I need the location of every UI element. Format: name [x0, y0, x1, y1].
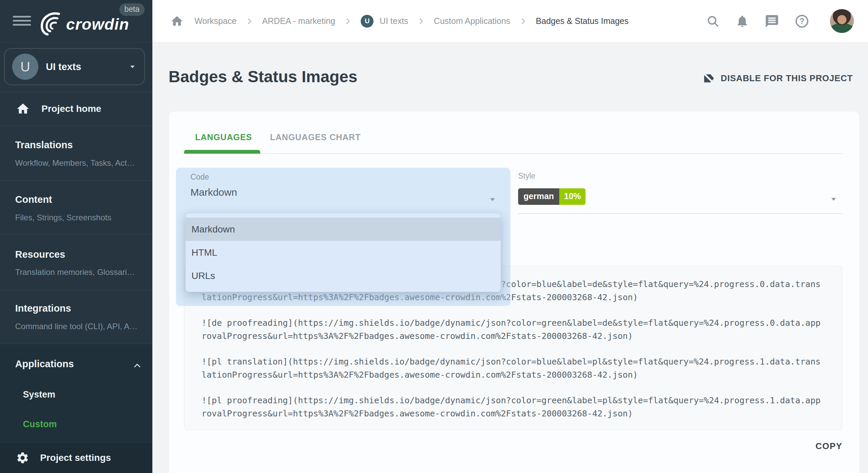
sidebar-item-label: Project settings: [40, 452, 111, 463]
help-icon[interactable]: ?: [795, 14, 809, 29]
tab-languages[interactable]: LANGUAGES: [195, 132, 252, 142]
style-select-underline: [518, 213, 843, 214]
breadcrumb-project[interactable]: UI texts: [380, 16, 408, 26]
disable-button-label: DISABLE FOR THIS PROJECT: [721, 73, 853, 84]
sidebar-item-project-settings[interactable]: Project settings: [0, 442, 152, 473]
active-tab-indicator: [184, 150, 260, 154]
badge-preview-value: 10%: [559, 188, 586, 205]
chevron-right-icon: [344, 17, 352, 25]
style-select[interactable]: german 10%: [518, 188, 586, 205]
sidebar-subtitle-content: Files, Strings, Screenshots: [15, 213, 111, 222]
sidebar-logo-bar: crowdin beta: [0, 0, 152, 43]
gear-icon: [16, 451, 29, 465]
sidebar-subtitle-integrations: Command line tool (CLI), API, A…: [15, 322, 138, 331]
code-select-focused: Code Markdown Markdown HTML URLs: [176, 168, 510, 306]
sidebar: crowdin beta U UI texts Project home Tra…: [0, 0, 152, 473]
search-icon[interactable]: [706, 14, 720, 28]
home-icon: [16, 102, 30, 116]
style-select-label: Style: [518, 171, 535, 181]
divider: [0, 290, 152, 290]
page-title: Badges & Status Images: [169, 67, 357, 86]
hamburger-menu-icon[interactable]: [13, 16, 31, 26]
breadcrumb-project-group[interactable]: ARDEA - marketing: [262, 16, 335, 26]
dropdown-option-markdown[interactable]: Markdown: [186, 218, 501, 241]
code-select-dropdown: Markdown HTML URLs: [185, 213, 501, 292]
chevron-right-icon: [519, 17, 527, 25]
sidebar-subtitle-translations: Workflow, Members, Tasks, Act…: [15, 158, 135, 168]
chevron-right-icon: [245, 17, 253, 25]
breadcrumb-custom-applications[interactable]: Custom Applications: [434, 16, 510, 26]
code-snippet: ![de proofreading](https://img.shields.i…: [202, 316, 825, 343]
header-actions: ?: [706, 9, 854, 33]
tabs-divider: [184, 153, 843, 154]
dropdown-option-html[interactable]: HTML: [186, 241, 501, 264]
divider: [0, 126, 152, 126]
breadcrumb: Workspace ARDEA - marketing U UI texts C…: [170, 14, 629, 28]
crowdin-logo-text[interactable]: crowdin: [66, 15, 129, 33]
project-switcher[interactable]: U UI texts: [4, 48, 145, 85]
sidebar-item-project-home[interactable]: Project home: [0, 92, 152, 126]
home-icon[interactable]: [170, 14, 184, 28]
sidebar-subtitle-resources: Translation memories, Glossari…: [15, 267, 135, 277]
sidebar-item-integrations[interactable]: Integrations: [15, 303, 71, 314]
sidebar-item-content[interactable]: Content: [15, 194, 52, 205]
code-snippet: ![pl translation](https://img.shields.io…: [202, 355, 825, 381]
chevron-right-icon: [417, 17, 425, 25]
breadcrumb-project-avatar: U: [361, 15, 373, 28]
svg-text:?: ?: [800, 17, 805, 26]
label-off-icon: [702, 72, 715, 85]
crowdin-app: crowdin beta U UI texts Project home Tra…: [0, 0, 868, 473]
sidebar-item-custom[interactable]: Custom: [23, 419, 57, 430]
code-select-value[interactable]: Markdown: [190, 187, 237, 198]
sidebar-applications-section: Applications System Custom: [0, 344, 152, 442]
chevron-up-icon[interactable]: [132, 360, 142, 371]
sidebar-item-label: Project home: [41, 103, 101, 114]
project-name: UI texts: [46, 61, 121, 72]
caret-down-icon[interactable]: [488, 195, 497, 204]
beta-badge: beta: [119, 3, 145, 16]
tab-languages-chart[interactable]: LANGUAGES CHART: [270, 132, 361, 142]
divider: [0, 181, 152, 181]
chevron-down-icon: [128, 62, 137, 71]
crowdin-logo-icon[interactable]: [37, 10, 64, 38]
project-avatar: U: [12, 54, 38, 80]
code-select-label: Code: [190, 172, 209, 182]
disable-for-project-button[interactable]: DISABLE FOR THIS PROJECT: [702, 72, 853, 85]
divider: [0, 234, 152, 234]
sidebar-item-applications[interactable]: Applications: [15, 358, 74, 370]
messages-chat-icon[interactable]: [765, 14, 779, 29]
breadcrumb-workspace[interactable]: Workspace: [194, 16, 237, 26]
sidebar-item-resources[interactable]: Resources: [15, 249, 65, 260]
caret-down-icon[interactable]: [829, 194, 838, 204]
badge-preview-label: german: [518, 188, 559, 205]
top-header: Workspace ARDEA - marketing U UI texts C…: [152, 0, 868, 42]
notifications-bell-icon[interactable]: [735, 14, 749, 28]
sidebar-item-system[interactable]: System: [23, 389, 55, 400]
user-avatar[interactable]: [830, 9, 854, 33]
main-content: Badges & Status Images DISABLE FOR THIS …: [152, 42, 868, 473]
divider: [0, 344, 152, 344]
breadcrumb-current-page: Badges & Status Images: [536, 16, 629, 26]
sidebar-item-translations[interactable]: Translations: [15, 139, 73, 151]
copy-button[interactable]: COPY: [184, 441, 842, 451]
dropdown-option-urls[interactable]: URLs: [186, 264, 501, 287]
code-snippet: ![pl proofreading](https://img.shields.i…: [202, 394, 825, 420]
